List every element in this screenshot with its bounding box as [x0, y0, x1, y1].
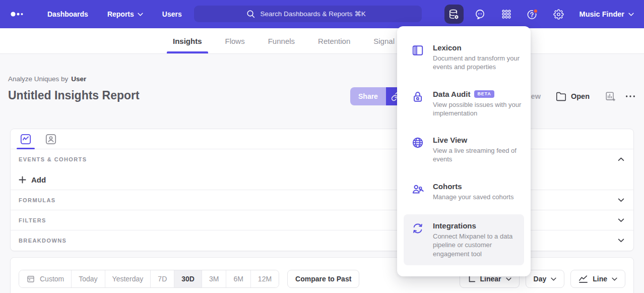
help-icon	[526, 8, 539, 21]
chevron-down-icon	[618, 198, 624, 202]
navbar-actions: Music Finder	[444, 0, 634, 28]
popover-item-lexicon[interactable]: Lexicon Document and transform your even…	[397, 38, 531, 77]
search-icon	[246, 9, 255, 19]
chevron-down-icon	[612, 277, 617, 281]
popover-item-description: View possible issues with your implement…	[433, 100, 524, 118]
chart-type-label: Line	[593, 275, 607, 283]
compare-to-past-button[interactable]: Compare to Past	[287, 270, 359, 288]
chart-view-icon	[20, 133, 32, 145]
section-label: EVENTS & COHORTS	[19, 156, 87, 162]
interval-dropdown[interactable]: Day	[526, 270, 565, 288]
settings-icon	[553, 9, 564, 20]
interval-label: Day	[534, 275, 547, 283]
nav-link-users[interactable]: Users	[162, 10, 182, 18]
live-view-icon	[411, 136, 424, 149]
search-input[interactable]	[261, 10, 370, 18]
chart-type-dropdown[interactable]: Line	[570, 270, 625, 288]
apps-grid-button[interactable]	[497, 5, 516, 24]
report-actions: New Open	[526, 87, 636, 105]
chevron-down-icon	[138, 13, 143, 16]
nav-link-label: Dashboards	[47, 10, 88, 18]
report-title[interactable]: Untitled Insights Report	[8, 89, 140, 102]
range-3m[interactable]: 3M	[202, 270, 226, 287]
nav-link-label: Reports	[107, 10, 134, 18]
compare-label: Compare to Past	[295, 275, 351, 283]
tab-signal[interactable]: Signal	[373, 28, 395, 53]
data-management-icon	[448, 9, 460, 20]
section-label: FORMULAS	[19, 197, 56, 203]
data-management-button[interactable]	[444, 5, 464, 24]
section-label: BREAKDOWNS	[19, 238, 67, 244]
popover-item-data-audit[interactable]: Data AuditBETA View possible issues with…	[397, 85, 531, 123]
line-chart-icon	[578, 275, 588, 283]
popover-item-title: Data Audit	[433, 90, 470, 98]
range-7d[interactable]: 7D	[150, 270, 174, 287]
cohorts-icon	[411, 182, 424, 196]
tab-flows[interactable]: Flows	[225, 28, 245, 53]
popover-item-description: Manage your saved cohorts	[433, 193, 513, 201]
popover-item-integrations[interactable]: Integrations Connect Mixpanel to a data …	[404, 214, 524, 265]
feedback-button[interactable]	[471, 5, 490, 24]
chevron-down-icon	[618, 239, 624, 243]
add-label: Add	[31, 175, 46, 184]
report-tabbar: Insights Flows Funnels Retention Signal …	[0, 28, 644, 54]
workspace-switcher[interactable]: Music Finder	[579, 10, 634, 18]
nav-link-dashboards[interactable]: Dashboards	[47, 10, 88, 18]
popover-item-title: Lexicon	[433, 43, 462, 52]
users-view-tab[interactable]	[44, 133, 58, 146]
popover-item-text: Live View View a live streaming feed of …	[433, 136, 524, 164]
popover-item-cohorts[interactable]: Cohorts Manage your saved cohorts	[397, 177, 531, 206]
range-today[interactable]: Today	[71, 270, 104, 287]
open-report-button[interactable]: Open	[556, 91, 590, 102]
date-range-bar: Custom Today Yesterday 7D 30D 3M 6M 12M …	[10, 257, 634, 293]
top-navbar: Dashboards Reports Users	[0, 0, 644, 28]
global-search[interactable]	[194, 6, 422, 22]
section-label: FILTERS	[19, 217, 46, 223]
nav-link-reports[interactable]: Reports	[107, 10, 143, 18]
section-events-cohorts[interactable]: EVENTS & COHORTS	[11, 149, 633, 169]
range-yesterday[interactable]: Yesterday	[105, 270, 151, 287]
range-12m[interactable]: 12M	[250, 270, 279, 287]
data-management-popover: Lexicon Document and transform your even…	[397, 26, 531, 276]
workspace-name: Music Finder	[579, 10, 624, 18]
user-view-icon	[45, 133, 57, 145]
section-formulas[interactable]: FORMULAS	[11, 190, 633, 210]
calendar-icon	[26, 274, 35, 283]
settings-button[interactable]	[549, 5, 568, 24]
tab-insights[interactable]: Insights	[173, 28, 202, 53]
chevron-down-icon	[618, 218, 624, 222]
integrations-icon	[411, 221, 424, 235]
more-options-icon[interactable]	[625, 94, 636, 98]
chevron-down-icon	[628, 13, 634, 16]
popover-item-live-view[interactable]: Live View View a live streaming feed of …	[397, 131, 531, 169]
beta-badge: BETA	[474, 90, 494, 98]
range-6m[interactable]: 6M	[226, 270, 250, 287]
plus-icon	[19, 176, 26, 184]
section-breakdowns[interactable]: BREAKDOWNS	[11, 230, 633, 251]
header-icon-group	[605, 91, 636, 102]
data-audit-icon	[411, 90, 424, 103]
subtitle-prefix: Analyze Uniques by	[8, 75, 68, 83]
section-filters[interactable]: FILTERS	[11, 210, 633, 230]
subtitle-entity[interactable]: User	[71, 75, 86, 83]
add-event-button[interactable]: Add	[19, 175, 46, 184]
share-button[interactable]: Share	[350, 87, 386, 105]
popover-item-text: Cohorts Manage your saved cohorts	[433, 182, 513, 201]
chevron-up-icon	[618, 157, 624, 161]
mixpanel-logo-icon[interactable]	[10, 10, 26, 18]
nav-links: Dashboards Reports Users	[47, 10, 182, 18]
tab-retention[interactable]: Retention	[318, 28, 350, 53]
add-to-dashboard-icon[interactable]	[605, 91, 616, 102]
report-subtitle: Analyze Uniques byUser	[8, 75, 86, 83]
open-label: Open	[571, 92, 590, 100]
popover-item-description: View a live streaming feed of events	[433, 146, 524, 164]
range-custom[interactable]: Custom	[19, 270, 71, 287]
feedback-icon	[474, 9, 486, 20]
tab-funnels[interactable]: Funnels	[268, 28, 295, 53]
popover-item-title: Cohorts	[433, 182, 462, 191]
help-button[interactable]	[523, 5, 542, 24]
query-builder-panel: EVENTS & COHORTS Add FORMULAS FILTERS BR…	[10, 129, 634, 251]
range-30d[interactable]: 30D	[174, 270, 202, 287]
events-view-tab[interactable]	[19, 133, 33, 146]
popover-item-title: Live View	[433, 136, 467, 144]
